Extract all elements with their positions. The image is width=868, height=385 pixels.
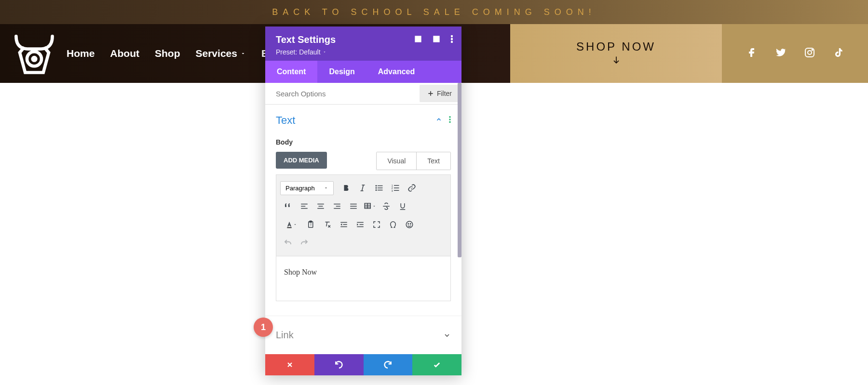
svg-point-3 — [808, 51, 812, 54]
undo-button[interactable] — [280, 236, 296, 250]
align-left-button[interactable] — [297, 199, 312, 213]
svg-point-13 — [449, 119, 451, 120]
bullet-list-button[interactable] — [371, 181, 387, 195]
align-center-button[interactable] — [313, 199, 328, 213]
twitter-icon[interactable] — [775, 47, 787, 60]
announcement-bar: BACK TO SCHOOL SALE COMING SOON! — [0, 0, 868, 24]
editor-tab-text[interactable]: Text — [416, 152, 450, 170]
facebook-icon[interactable] — [746, 47, 758, 60]
text-color-button[interactable] — [280, 217, 302, 232]
svg-rect-38 — [334, 208, 340, 209]
outdent-button[interactable] — [336, 217, 352, 232]
preset-selector[interactable]: Preset: Default — [276, 48, 451, 56]
tiktok-icon[interactable] — [833, 47, 844, 60]
modal-scrollbar[interactable] — [458, 83, 461, 257]
svg-point-14 — [449, 121, 451, 123]
svg-rect-54 — [340, 222, 347, 223]
svg-point-60 — [406, 221, 413, 228]
caret-down-icon — [324, 186, 328, 190]
svg-rect-32 — [301, 208, 308, 209]
header-cta[interactable]: SHOP NOW — [510, 24, 722, 83]
justify-button[interactable] — [346, 199, 361, 213]
italic-button[interactable] — [355, 181, 370, 195]
svg-point-61 — [408, 224, 409, 225]
modal-footer — [265, 354, 461, 375]
tab-advanced[interactable]: Advanced — [366, 61, 426, 83]
table-button[interactable] — [362, 199, 378, 213]
search-options-input[interactable] — [265, 84, 418, 104]
svg-rect-59 — [357, 226, 364, 227]
section-title-text[interactable]: Text — [276, 114, 295, 127]
format-dropdown[interactable]: Paragraph — [280, 181, 334, 195]
plus-icon — [427, 90, 434, 97]
search-filter-row: Filter — [265, 83, 461, 105]
svg-rect-22 — [378, 187, 383, 188]
undo-icon — [334, 360, 344, 370]
section-more-icon[interactable] — [449, 116, 451, 125]
svg-rect-30 — [301, 204, 308, 205]
tab-design[interactable]: Design — [317, 61, 366, 83]
more-icon[interactable] — [451, 35, 453, 45]
undo-action-button[interactable] — [314, 354, 364, 375]
redo-action-button[interactable] — [364, 354, 413, 375]
underline-button[interactable] — [395, 199, 410, 213]
instagram-icon[interactable] — [804, 47, 815, 60]
bold-button[interactable] — [339, 181, 354, 195]
svg-point-4 — [812, 50, 813, 51]
paste-text-button[interactable]: T — [303, 217, 319, 232]
editor-mode-tabs: Visual Text — [376, 152, 451, 170]
check-icon — [433, 360, 441, 369]
number-list-button[interactable]: 123 — [388, 181, 403, 195]
announcement-text: BACK TO SCHOOL SALE COMING SOON! — [272, 7, 596, 17]
svg-text:3: 3 — [391, 189, 393, 192]
editor-content-area[interactable]: Shop Now — [276, 256, 451, 301]
snap-icon[interactable] — [433, 35, 440, 45]
svg-rect-35 — [317, 208, 324, 209]
clear-format-button[interactable] — [320, 217, 335, 232]
svg-rect-28 — [394, 187, 399, 188]
nav-home[interactable]: Home — [67, 48, 95, 59]
body-label: Body — [276, 138, 451, 146]
confirm-button[interactable] — [412, 354, 461, 375]
svg-rect-36 — [334, 204, 340, 205]
nav-shop[interactable]: Shop — [155, 48, 180, 59]
fullscreen-button[interactable] — [369, 217, 384, 232]
section-title-link: Link — [276, 330, 294, 341]
filter-button[interactable]: Filter — [420, 85, 460, 102]
redo-icon — [383, 360, 393, 370]
chevron-down-icon — [443, 332, 451, 339]
svg-point-12 — [449, 116, 451, 118]
svg-point-19 — [375, 187, 377, 189]
tab-content[interactable]: Content — [265, 61, 317, 83]
nav-services[interactable]: Services — [196, 48, 246, 59]
svg-line-17 — [362, 185, 363, 191]
emoji-button[interactable] — [402, 217, 417, 232]
link-button[interactable] — [404, 181, 420, 195]
svg-rect-57 — [357, 222, 364, 223]
svg-rect-41 — [350, 208, 357, 209]
redo-button[interactable] — [297, 236, 312, 250]
align-right-button[interactable] — [329, 199, 345, 213]
strikethrough-button[interactable] — [379, 199, 394, 213]
nav-about[interactable]: About — [110, 48, 139, 59]
svg-rect-40 — [350, 206, 357, 207]
svg-rect-31 — [301, 206, 305, 207]
expand-icon[interactable] — [414, 35, 422, 45]
quote-button[interactable] — [280, 199, 296, 213]
svg-rect-27 — [394, 185, 399, 186]
text-section: Text Body ADD MEDIA Visual Text Paragrap… — [265, 105, 461, 301]
special-char-button[interactable] — [385, 217, 401, 232]
cancel-button[interactable] — [265, 354, 314, 375]
link-section[interactable]: Link — [265, 316, 461, 354]
svg-point-18 — [375, 185, 377, 186]
svg-rect-55 — [343, 224, 347, 225]
editor-tab-visual[interactable]: Visual — [377, 152, 416, 170]
site-logo[interactable] — [8, 31, 61, 76]
collapse-icon[interactable] — [435, 116, 442, 125]
page-canvas: 1 Text Settings Preset: Default Content … — [0, 83, 868, 385]
indent-button[interactable] — [353, 217, 368, 232]
svg-rect-34 — [319, 206, 323, 207]
svg-rect-39 — [350, 204, 357, 205]
settings-tabs: Content Design Advanced — [265, 61, 461, 83]
add-media-button[interactable]: ADD MEDIA — [276, 152, 327, 169]
